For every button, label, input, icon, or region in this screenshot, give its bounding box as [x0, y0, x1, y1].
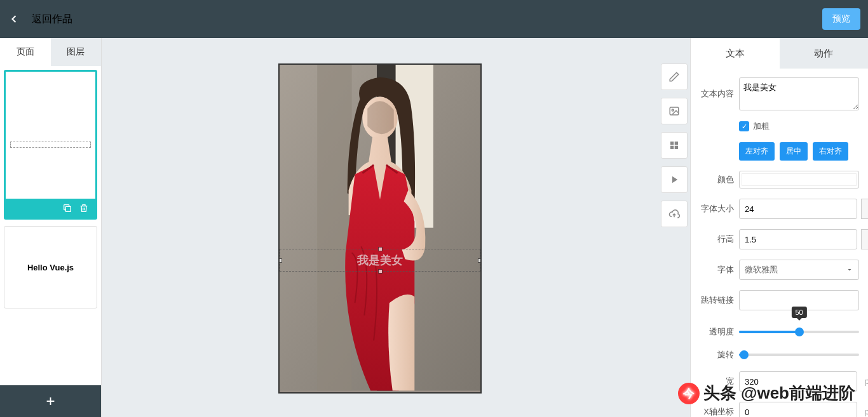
label-font-size: 字体大小 — [700, 203, 739, 215]
svg-rect-11 — [675, 146, 678, 149]
delete-page-icon[interactable] — [79, 203, 89, 213]
copy-page-icon[interactable] — [62, 203, 72, 213]
canvas-area: 我是美女 — [102, 38, 658, 417]
opacity-tooltip: 50 — [791, 307, 806, 318]
label-link: 跳转链接 — [700, 295, 739, 306]
canvas-background-image — [280, 65, 480, 391]
page-thumb-2-text: Hello Vue.js — [27, 263, 74, 272]
svg-rect-9 — [675, 142, 678, 145]
tool-upload[interactable] — [661, 201, 688, 227]
page-thumbnail-canvas — [6, 72, 95, 199]
svg-rect-8 — [670, 142, 674, 145]
font-size-input[interactable] — [739, 199, 857, 219]
tool-grid[interactable] — [661, 132, 688, 159]
right-panel: 文本 动作 文本内容 我是美女 ✓ 加粗 左对齐 居中 右对齐 — [690, 38, 868, 417]
resize-handle-right[interactable] — [478, 258, 482, 263]
page-thumbnail-toolbar — [6, 199, 95, 218]
left-panel-tabs: 页面 图层 — [0, 38, 101, 66]
image-icon — [668, 105, 680, 117]
header-left: 返回作品 — [8, 13, 72, 26]
font-family-select[interactable]: 微软雅黑 — [739, 260, 859, 280]
font-size-decrement[interactable]: − — [861, 199, 868, 219]
chevron-down-icon — [846, 266, 853, 274]
color-picker[interactable] — [739, 171, 859, 189]
add-page-button[interactable]: + — [0, 385, 101, 417]
bold-checkbox[interactable]: ✓ — [739, 121, 749, 131]
left-panel: 页面 图层 Hello Vue.js + — [0, 38, 102, 417]
right-panel-tabs: 文本 动作 — [691, 38, 868, 69]
label-opacity: 透明度 — [700, 326, 739, 338]
line-height-decrement[interactable]: − — [861, 229, 868, 249]
play-icon — [668, 174, 680, 185]
cloud-upload-icon — [668, 208, 680, 220]
label-rotate: 旋转 — [700, 349, 739, 361]
tab-pages[interactable]: 页面 — [0, 38, 51, 66]
tool-image[interactable] — [661, 98, 688, 124]
font-family-value: 微软雅黑 — [745, 264, 778, 275]
preview-button[interactable]: 预览 — [822, 8, 860, 30]
opacity-slider[interactable]: 50 — [739, 326, 859, 338]
label-content: 文本内容 — [700, 88, 739, 100]
align-left-button[interactable]: 左对齐 — [739, 142, 775, 161]
width-unit: px — [861, 377, 868, 386]
app-header: 返回作品 预览 — [0, 0, 868, 38]
tab-text[interactable]: 文本 — [691, 38, 780, 69]
label-width: 宽 — [700, 376, 739, 387]
label-line-height: 行高 — [700, 234, 739, 245]
page-thumb-element — [10, 142, 91, 148]
x-coord-input[interactable] — [739, 402, 857, 417]
canvas[interactable]: 我是美女 — [278, 63, 482, 394]
resize-handle-top[interactable] — [378, 247, 383, 251]
align-center-button[interactable]: 居中 — [780, 142, 808, 161]
back-label[interactable]: 返回作品 — [32, 13, 72, 26]
tool-play[interactable] — [661, 166, 688, 193]
svg-rect-0 — [65, 206, 71, 211]
tab-layers[interactable]: 图层 — [51, 38, 102, 66]
svg-rect-10 — [670, 146, 674, 149]
pencil-icon — [668, 71, 680, 83]
rotate-slider[interactable] — [739, 348, 859, 361]
resize-handle-bottom[interactable] — [378, 269, 383, 274]
resize-handle-left[interactable] — [278, 258, 282, 263]
page-thumbnail-2[interactable]: Hello Vue.js — [4, 226, 97, 308]
tab-action[interactable]: 动作 — [780, 38, 869, 69]
back-chevron-icon[interactable] — [8, 13, 20, 25]
page-thumbnail-active[interactable] — [4, 70, 97, 220]
grid-icon — [668, 140, 680, 151]
line-height-input[interactable] — [739, 229, 857, 249]
tool-edit[interactable] — [661, 63, 688, 90]
text-content-input[interactable]: 我是美女 — [739, 77, 859, 110]
bold-label: 加粗 — [753, 121, 770, 132]
canvas-text-element[interactable]: 我是美女 — [280, 249, 480, 272]
x-coord-unit: px — [861, 407, 868, 416]
label-color: 颜色 — [700, 174, 739, 185]
tool-rail — [658, 38, 690, 417]
svg-rect-4 — [317, 65, 351, 391]
pages-list: Hello Vue.js — [0, 66, 101, 385]
canvas-text-value: 我是美女 — [357, 253, 403, 268]
svg-point-7 — [672, 109, 674, 111]
right-panel-content: 文本内容 我是美女 ✓ 加粗 左对齐 居中 右对齐 颜色 — [691, 69, 868, 417]
width-input[interactable] — [739, 371, 857, 392]
label-x-coord: X轴坐标 — [700, 406, 739, 417]
label-font-family: 字体 — [700, 264, 739, 275]
align-right-button[interactable]: 右对齐 — [813, 142, 848, 161]
